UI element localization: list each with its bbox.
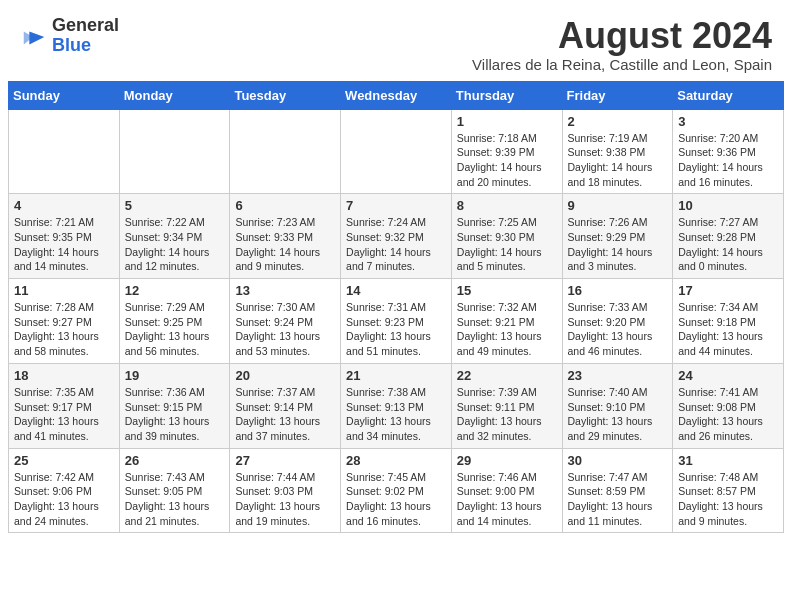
day-cell: 19Sunrise: 7:36 AMSunset: 9:15 PMDayligh… — [119, 363, 230, 448]
day-number: 27 — [235, 453, 335, 468]
header-cell-thursday: Thursday — [451, 81, 562, 109]
header-cell-friday: Friday — [562, 81, 673, 109]
logo-icon — [20, 24, 48, 52]
day-cell: 1Sunrise: 7:18 AMSunset: 9:39 PMDaylight… — [451, 109, 562, 194]
day-cell: 22Sunrise: 7:39 AMSunset: 9:11 PMDayligh… — [451, 363, 562, 448]
day-number: 24 — [678, 368, 778, 383]
day-number: 23 — [568, 368, 668, 383]
day-cell — [119, 109, 230, 194]
calendar-table: SundayMondayTuesdayWednesdayThursdayFrid… — [8, 81, 784, 534]
day-info: Sunrise: 7:25 AMSunset: 9:30 PMDaylight:… — [457, 216, 542, 272]
header-cell-saturday: Saturday — [673, 81, 784, 109]
day-number: 8 — [457, 198, 557, 213]
day-number: 13 — [235, 283, 335, 298]
week-row-1: 1Sunrise: 7:18 AMSunset: 9:39 PMDaylight… — [9, 109, 784, 194]
day-info: Sunrise: 7:20 AMSunset: 9:36 PMDaylight:… — [678, 132, 763, 188]
day-info: Sunrise: 7:38 AMSunset: 9:13 PMDaylight:… — [346, 386, 431, 442]
logo-general: General — [52, 16, 119, 36]
day-info: Sunrise: 7:27 AMSunset: 9:28 PMDaylight:… — [678, 216, 763, 272]
day-info: Sunrise: 7:42 AMSunset: 9:06 PMDaylight:… — [14, 471, 99, 527]
day-info: Sunrise: 7:19 AMSunset: 9:38 PMDaylight:… — [568, 132, 653, 188]
week-row-2: 4Sunrise: 7:21 AMSunset: 9:35 PMDaylight… — [9, 194, 784, 279]
week-row-4: 18Sunrise: 7:35 AMSunset: 9:17 PMDayligh… — [9, 363, 784, 448]
header-cell-monday: Monday — [119, 81, 230, 109]
day-info: Sunrise: 7:32 AMSunset: 9:21 PMDaylight:… — [457, 301, 542, 357]
day-info: Sunrise: 7:48 AMSunset: 8:57 PMDaylight:… — [678, 471, 763, 527]
header-cell-wednesday: Wednesday — [341, 81, 452, 109]
day-number: 9 — [568, 198, 668, 213]
day-number: 6 — [235, 198, 335, 213]
day-info: Sunrise: 7:35 AMSunset: 9:17 PMDaylight:… — [14, 386, 99, 442]
day-info: Sunrise: 7:24 AMSunset: 9:32 PMDaylight:… — [346, 216, 431, 272]
day-cell — [341, 109, 452, 194]
day-info: Sunrise: 7:21 AMSunset: 9:35 PMDaylight:… — [14, 216, 99, 272]
day-info: Sunrise: 7:43 AMSunset: 9:05 PMDaylight:… — [125, 471, 210, 527]
day-cell: 16Sunrise: 7:33 AMSunset: 9:20 PMDayligh… — [562, 279, 673, 364]
day-number: 7 — [346, 198, 446, 213]
day-info: Sunrise: 7:31 AMSunset: 9:23 PMDaylight:… — [346, 301, 431, 357]
day-number: 1 — [457, 114, 557, 129]
day-number: 25 — [14, 453, 114, 468]
day-cell: 6Sunrise: 7:23 AMSunset: 9:33 PMDaylight… — [230, 194, 341, 279]
day-info: Sunrise: 7:44 AMSunset: 9:03 PMDaylight:… — [235, 471, 320, 527]
day-number: 30 — [568, 453, 668, 468]
day-number: 10 — [678, 198, 778, 213]
day-number: 4 — [14, 198, 114, 213]
day-cell: 15Sunrise: 7:32 AMSunset: 9:21 PMDayligh… — [451, 279, 562, 364]
day-number: 17 — [678, 283, 778, 298]
day-cell: 20Sunrise: 7:37 AMSunset: 9:14 PMDayligh… — [230, 363, 341, 448]
day-info: Sunrise: 7:26 AMSunset: 9:29 PMDaylight:… — [568, 216, 653, 272]
day-info: Sunrise: 7:47 AMSunset: 8:59 PMDaylight:… — [568, 471, 653, 527]
week-row-3: 11Sunrise: 7:28 AMSunset: 9:27 PMDayligh… — [9, 279, 784, 364]
day-cell: 4Sunrise: 7:21 AMSunset: 9:35 PMDaylight… — [9, 194, 120, 279]
day-cell: 17Sunrise: 7:34 AMSunset: 9:18 PMDayligh… — [673, 279, 784, 364]
day-cell: 18Sunrise: 7:35 AMSunset: 9:17 PMDayligh… — [9, 363, 120, 448]
day-number: 16 — [568, 283, 668, 298]
day-cell: 10Sunrise: 7:27 AMSunset: 9:28 PMDayligh… — [673, 194, 784, 279]
header-cell-sunday: Sunday — [9, 81, 120, 109]
page-header: General Blue August 2024 Villares de la … — [0, 0, 792, 81]
title-block: August 2024 Villares de la Reina, Castil… — [472, 16, 772, 73]
day-number: 11 — [14, 283, 114, 298]
logo-text: General Blue — [52, 16, 119, 56]
calendar-header: SundayMondayTuesdayWednesdayThursdayFrid… — [9, 81, 784, 109]
day-number: 22 — [457, 368, 557, 383]
day-cell: 5Sunrise: 7:22 AMSunset: 9:34 PMDaylight… — [119, 194, 230, 279]
day-number: 15 — [457, 283, 557, 298]
day-cell: 25Sunrise: 7:42 AMSunset: 9:06 PMDayligh… — [9, 448, 120, 533]
day-cell — [9, 109, 120, 194]
day-number: 29 — [457, 453, 557, 468]
day-cell: 29Sunrise: 7:46 AMSunset: 9:00 PMDayligh… — [451, 448, 562, 533]
day-cell — [230, 109, 341, 194]
day-number: 14 — [346, 283, 446, 298]
day-cell: 26Sunrise: 7:43 AMSunset: 9:05 PMDayligh… — [119, 448, 230, 533]
day-cell: 7Sunrise: 7:24 AMSunset: 9:32 PMDaylight… — [341, 194, 452, 279]
location-subtitle: Villares de la Reina, Castille and Leon,… — [472, 56, 772, 73]
day-info: Sunrise: 7:22 AMSunset: 9:34 PMDaylight:… — [125, 216, 210, 272]
day-cell: 3Sunrise: 7:20 AMSunset: 9:36 PMDaylight… — [673, 109, 784, 194]
day-info: Sunrise: 7:36 AMSunset: 9:15 PMDaylight:… — [125, 386, 210, 442]
day-info: Sunrise: 7:39 AMSunset: 9:11 PMDaylight:… — [457, 386, 542, 442]
week-row-5: 25Sunrise: 7:42 AMSunset: 9:06 PMDayligh… — [9, 448, 784, 533]
day-cell: 30Sunrise: 7:47 AMSunset: 8:59 PMDayligh… — [562, 448, 673, 533]
day-number: 20 — [235, 368, 335, 383]
calendar-body: 1Sunrise: 7:18 AMSunset: 9:39 PMDaylight… — [9, 109, 784, 533]
header-row: SundayMondayTuesdayWednesdayThursdayFrid… — [9, 81, 784, 109]
day-number: 28 — [346, 453, 446, 468]
day-number: 26 — [125, 453, 225, 468]
day-cell: 21Sunrise: 7:38 AMSunset: 9:13 PMDayligh… — [341, 363, 452, 448]
day-info: Sunrise: 7:41 AMSunset: 9:08 PMDaylight:… — [678, 386, 763, 442]
day-info: Sunrise: 7:45 AMSunset: 9:02 PMDaylight:… — [346, 471, 431, 527]
header-cell-tuesday: Tuesday — [230, 81, 341, 109]
day-number: 31 — [678, 453, 778, 468]
day-cell: 31Sunrise: 7:48 AMSunset: 8:57 PMDayligh… — [673, 448, 784, 533]
day-cell: 11Sunrise: 7:28 AMSunset: 9:27 PMDayligh… — [9, 279, 120, 364]
day-number: 19 — [125, 368, 225, 383]
day-info: Sunrise: 7:37 AMSunset: 9:14 PMDaylight:… — [235, 386, 320, 442]
day-cell: 8Sunrise: 7:25 AMSunset: 9:30 PMDaylight… — [451, 194, 562, 279]
day-cell: 13Sunrise: 7:30 AMSunset: 9:24 PMDayligh… — [230, 279, 341, 364]
day-info: Sunrise: 7:46 AMSunset: 9:00 PMDaylight:… — [457, 471, 542, 527]
day-cell: 27Sunrise: 7:44 AMSunset: 9:03 PMDayligh… — [230, 448, 341, 533]
day-cell: 12Sunrise: 7:29 AMSunset: 9:25 PMDayligh… — [119, 279, 230, 364]
day-cell: 24Sunrise: 7:41 AMSunset: 9:08 PMDayligh… — [673, 363, 784, 448]
